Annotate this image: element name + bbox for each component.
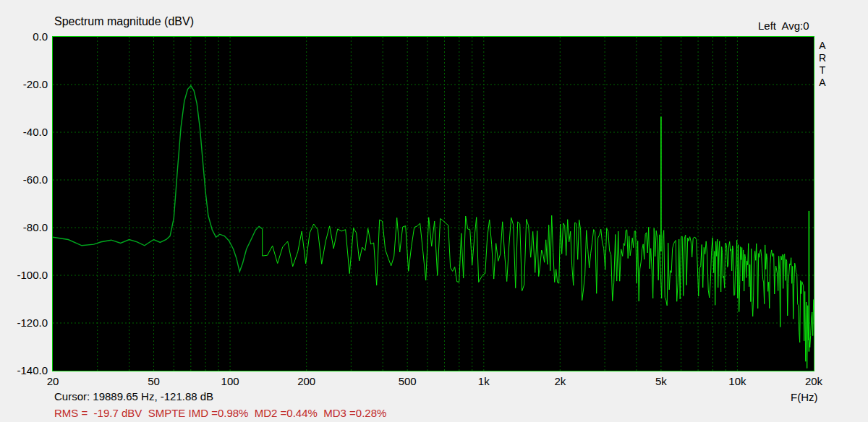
y-tick-label: -100.0 — [17, 269, 48, 281]
y-tick-label: -20.0 — [23, 78, 48, 90]
measurement-readout: RMS = -19.7 dBV SMPTE IMD =0.98% MD2 =0.… — [54, 407, 386, 419]
x-tick-label: 20 — [47, 375, 59, 387]
x-tick-label: 1k — [478, 375, 490, 387]
arta-spectrum-window: Spectrum magnitude (dBV) Left Avg:0 A R … — [0, 0, 868, 422]
x-tick-label: 20k — [805, 375, 822, 387]
x-axis-unit-label: F(Hz) — [791, 391, 818, 403]
y-tick-label: -60.0 — [23, 173, 48, 186]
spectrum-plot-area[interactable] — [52, 36, 814, 371]
y-tick-label: -120.0 — [17, 316, 48, 329]
x-tick-label: 500 — [399, 375, 417, 387]
watermark-letter: A — [817, 77, 828, 89]
channel-average-info: Left Avg:0 — [758, 20, 809, 32]
watermark-letter: R — [817, 52, 828, 64]
x-tick-label: 10k — [728, 375, 746, 387]
y-tick-label: -40.0 — [23, 126, 48, 138]
x-tick-label: 100 — [221, 375, 239, 387]
x-tick-label: 5k — [655, 375, 667, 387]
x-tick-label: 2k — [554, 375, 566, 387]
watermark-letter: A — [817, 40, 828, 52]
x-axis-tick-labels: 20501002005001k2k5k10k20k — [0, 375, 868, 388]
chart-title: Spectrum magnitude (dBV) — [54, 15, 194, 28]
y-axis-tick-labels: 0.0-20.0-40.0-60.0-80.0-100.0-120.0-140.… — [0, 0, 48, 422]
arta-watermark: A R T A — [817, 40, 828, 89]
spectrum-plot[interactable] — [53, 37, 814, 371]
cursor-readout: Cursor: 19889.65 Hz, -121.88 dB — [54, 390, 213, 402]
x-tick-label: 200 — [297, 375, 315, 387]
y-tick-label: -80.0 — [23, 221, 48, 233]
watermark-letter: T — [817, 64, 828, 77]
y-tick-label: 0.0 — [33, 30, 48, 43]
x-tick-label: 50 — [148, 375, 160, 387]
